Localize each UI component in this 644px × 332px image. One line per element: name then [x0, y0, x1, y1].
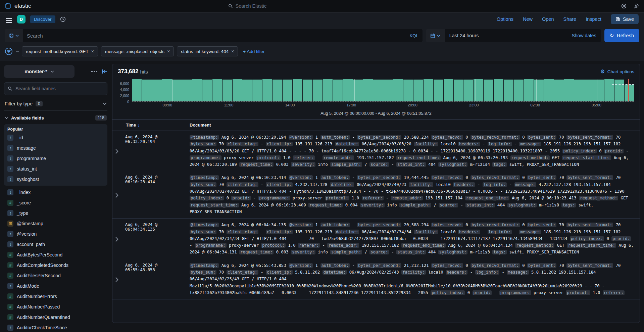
date-picker-button[interactable] [426, 29, 445, 42]
histogram-bar[interactable] [162, 79, 172, 101]
doc-field-name[interactable]: simple_path: [330, 250, 362, 254]
doc-field-name[interactable]: @timestamp: [190, 175, 219, 180]
doc-field-name[interactable]: @timestamp: [190, 135, 219, 140]
doc-field-name[interactable]: request_method: [515, 243, 554, 248]
field-item[interactable]: #AuditNumberPassed [7, 301, 104, 312]
field-item[interactable]: t_index [7, 187, 104, 197]
doc-field-name[interactable]: client_ip: [266, 182, 293, 187]
field-item[interactable]: #AuditNumberErrors [7, 291, 104, 301]
doc-field-name[interactable]: protocol: [566, 290, 590, 295]
doc-field-name[interactable]: protocol: [325, 196, 349, 200]
doc-field-name[interactable]: @timestamp: [190, 223, 219, 227]
histogram-bar[interactable] [323, 79, 333, 101]
doc-field-name[interactable]: sysloghost: [507, 203, 537, 207]
doc-field-name[interactable]: request_end_time: [401, 243, 446, 248]
doc-field-name[interactable]: headers: [458, 230, 480, 234]
nav-link-new[interactable]: New [523, 16, 533, 22]
nav-link-inspect[interactable]: Inspect [586, 16, 601, 22]
histogram-bar[interactable] [222, 80, 232, 101]
expand-row-icon[interactable] [115, 222, 125, 255]
histogram-bar[interactable] [604, 79, 614, 101]
doc-field-name[interactable]: programname: [258, 196, 290, 200]
show-dates-button[interactable]: Show dates [572, 33, 596, 38]
doc-field-name[interactable]: @version: [289, 135, 313, 140]
doc-field-name[interactable]: client_etag: [227, 182, 258, 187]
doc-field-name[interactable]: source: [369, 162, 389, 167]
histogram-bar[interactable] [454, 80, 463, 101]
doc-field-name[interactable]: remote_addr: [327, 243, 359, 248]
doc-field-name[interactable]: log_info: [483, 182, 507, 187]
doc-field-name[interactable]: client_ip: [266, 230, 293, 234]
doc-field-name[interactable]: datetime: [330, 182, 354, 187]
doc-field-name[interactable]: bytes_sent: [527, 223, 556, 227]
doc-field-name[interactable]: referer: [298, 243, 320, 248]
doc-field-name[interactable]: facility: [414, 142, 438, 146]
field-item[interactable]: #AuditNumberQuarantined [7, 312, 104, 322]
doc-field-name[interactable]: referer: [603, 290, 625, 295]
doc-field-name[interactable]: bytes_recvd_format: [470, 135, 520, 140]
doc-field-name[interactable]: tags: [492, 250, 507, 254]
filter-pill[interactable]: message: .misplaced_objects× [101, 46, 174, 56]
doc-field-name[interactable]: client_etag: [227, 270, 258, 275]
histogram-bar[interactable] [554, 80, 564, 101]
doc-field-name[interactable]: status_int: [396, 250, 426, 254]
doc-field-name[interactable]: datetime: [323, 270, 347, 275]
doc-field-name[interactable]: message: [519, 142, 541, 146]
filter-menu-icon[interactable] [5, 47, 13, 55]
history-clock-icon[interactable] [60, 16, 66, 22]
field-stats-icon[interactable] [91, 71, 97, 72]
doc-field-name[interactable]: bytes_sent: [527, 175, 556, 180]
field-item[interactable]: t@version [7, 229, 104, 239]
doc-field-name[interactable]: policy_index: [570, 236, 604, 241]
doc-field-name[interactable]: protocol: [261, 243, 286, 248]
field-search-input[interactable] [15, 86, 104, 91]
histogram-bar[interactable] [444, 79, 453, 101]
doc-field-name[interactable]: facility: [409, 182, 433, 187]
histogram-bar[interactable] [283, 80, 292, 101]
doc-field-name[interactable]: request_time: [239, 162, 274, 167]
time-range-value[interactable]: Last 24 hours [449, 33, 568, 38]
help-icon[interactable] [621, 3, 627, 9]
field-item[interactable]: #_score [7, 197, 104, 208]
doc-field-name[interactable]: bytes_recvd_format: [470, 223, 520, 227]
doc-field-name[interactable]: policy_index: [190, 196, 224, 200]
doc-field-name[interactable]: message: [507, 270, 529, 275]
doc-field-name[interactable]: bytes_sum: [190, 182, 216, 187]
doc-field-name[interactable]: request_time: [239, 250, 274, 254]
column-header-time[interactable]: Time ↓ [126, 123, 190, 128]
doc-field-name[interactable]: tags: [492, 162, 507, 167]
doc-field-name[interactable]: log_info: [488, 230, 512, 234]
field-item[interactable]: #AuditBytesPerSecond [7, 249, 104, 260]
nav-link-share[interactable]: Share [563, 16, 576, 22]
doc-field-name[interactable]: request_start_time: [567, 243, 616, 248]
doc-field-name[interactable]: @version: [289, 223, 313, 227]
saved-query-menu-button[interactable] [5, 29, 23, 42]
space-avatar[interactable]: D [17, 15, 26, 23]
filter-pill[interactable]: status_int.keyword: 404× [177, 46, 238, 56]
field-item[interactable]: t_type [7, 208, 104, 218]
doc-field-name[interactable]: source: [369, 250, 389, 254]
doc-field-name[interactable]: client_ip: [266, 142, 293, 146]
doc-field-name[interactable]: log_info: [475, 270, 500, 275]
field-item[interactable]: taccount_path [7, 239, 104, 249]
histogram-bar[interactable] [474, 79, 483, 101]
histogram-bar[interactable] [363, 79, 373, 101]
breadcrumb-discover[interactable]: Discover [30, 15, 55, 23]
remove-filter-icon[interactable]: × [231, 49, 234, 54]
doc-field-name[interactable]: bytes_per_second: [357, 223, 401, 227]
doc-field-name[interactable]: referer: [362, 196, 384, 200]
histogram-bar[interactable] [434, 80, 443, 101]
doc-field-name[interactable]: sysloghost: [438, 250, 467, 254]
global-search[interactable] [228, 3, 416, 9]
doc-field-name[interactable]: bytes_recvd: [431, 223, 463, 227]
doc-field-name[interactable]: bytes_recvd: [431, 135, 463, 140]
doc-field-name[interactable]: procid: [473, 290, 492, 295]
histogram-bar[interactable] [463, 80, 473, 101]
histogram-bar[interactable] [424, 79, 433, 101]
doc-field-name[interactable]: procid: [231, 196, 251, 200]
doc-field-name[interactable]: programname: [195, 243, 227, 248]
doc-field-name[interactable]: status_int: [396, 162, 426, 167]
doc-field-name[interactable]: headers: [446, 270, 467, 275]
field-item[interactable]: tprogramname [7, 153, 104, 163]
histogram-bar[interactable] [383, 80, 393, 101]
